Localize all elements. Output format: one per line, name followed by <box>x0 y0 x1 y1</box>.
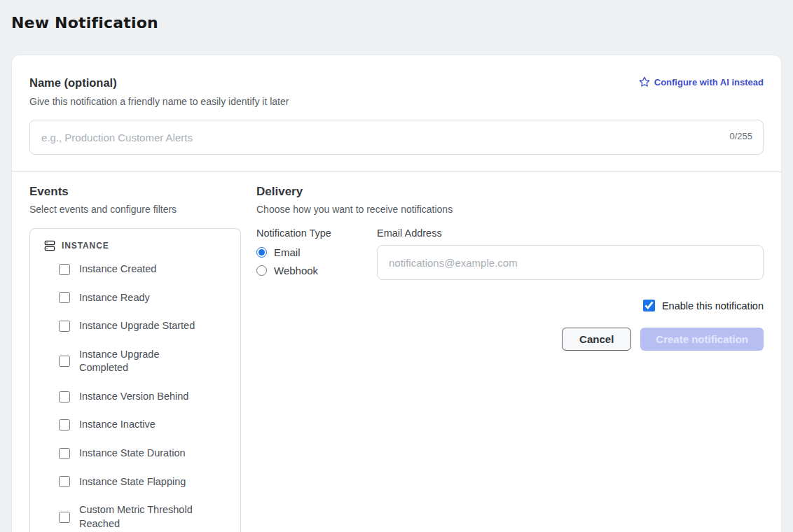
event-checkbox-item[interactable]: Instance Inactive <box>59 418 230 432</box>
event-label: Instance Created <box>79 262 156 276</box>
name-description: Give this notification a friendly name t… <box>29 96 764 107</box>
event-checkbox-item[interactable]: Instance Version Behind <box>59 390 230 404</box>
event-label: Instance Upgrade Completed <box>79 348 200 375</box>
events-box: INSTANCEInstance CreatedInstance ReadyIn… <box>29 228 241 532</box>
delivery-heading: Delivery <box>256 185 764 199</box>
event-label: Instance Ready <box>79 291 150 305</box>
configure-ai-button[interactable]: Configure with AI instead <box>639 76 764 88</box>
event-label: Instance State Flapping <box>79 475 186 489</box>
create-notification-button[interactable]: Create notification <box>640 328 764 351</box>
email-address-group: Email Address <box>377 227 764 283</box>
section-divider <box>12 172 781 172</box>
cancel-button[interactable]: Cancel <box>562 328 631 351</box>
enable-notification-label: Enable this notification <box>662 300 764 312</box>
event-label: Custom Metric Threshold Reached <box>79 503 200 531</box>
event-checkbox-item[interactable]: Instance Upgrade Completed <box>59 348 230 375</box>
notification-type-label: Notification Type <box>256 227 377 239</box>
delivery-section: Delivery Choose how you want to receive … <box>256 185 764 532</box>
event-checkbox[interactable] <box>59 419 70 430</box>
event-group-label: INSTANCE <box>62 241 109 251</box>
event-checkbox-item[interactable]: Instance State Flapping <box>59 475 230 489</box>
email-address-label: Email Address <box>377 227 764 239</box>
event-checkbox[interactable] <box>59 292 70 303</box>
name-section-heading: Name (optional) <box>29 76 117 90</box>
event-group-header: INSTANCE <box>44 240 230 251</box>
delivery-description: Choose how you want to receive notificat… <box>256 204 764 215</box>
char-counter: 0/255 <box>729 131 752 141</box>
event-checkbox-item[interactable]: Instance Ready <box>59 291 230 305</box>
event-checkbox-item[interactable]: Instance Upgrade Started <box>59 319 230 333</box>
notification-type-options: EmailWebhook <box>256 246 377 276</box>
name-input[interactable] <box>29 120 764 155</box>
radio-button[interactable] <box>256 265 267 276</box>
radio-label: Webhook <box>274 265 318 276</box>
email-input[interactable] <box>377 245 764 280</box>
events-description: Select events and configure filters <box>29 204 241 215</box>
events-section: Events Select events and configure filte… <box>29 185 241 532</box>
event-checkbox-item[interactable]: Instance State Duration <box>59 447 230 461</box>
enable-notification-checkbox[interactable] <box>643 300 655 312</box>
page-title: New Notification <box>11 14 158 31</box>
events-heading: Events <box>29 185 241 199</box>
event-label: Instance Version Behind <box>79 390 188 404</box>
event-label: Instance Inactive <box>79 418 156 432</box>
notification-form-card: Name (optional) Configure with AI instea… <box>11 55 782 532</box>
notification-type-group: Notification Type EmailWebhook <box>256 227 377 283</box>
event-checkbox[interactable] <box>59 321 70 332</box>
event-checkbox-item[interactable]: Custom Metric Threshold Reached <box>59 503 230 531</box>
radio-button[interactable] <box>256 247 267 258</box>
configure-ai-label: Configure with AI instead <box>654 77 764 88</box>
notification-type-option-email[interactable]: Email <box>256 246 377 258</box>
star-icon <box>639 76 650 88</box>
event-label: Instance State Duration <box>79 447 186 461</box>
server-icon <box>44 240 55 251</box>
event-checkbox[interactable] <box>59 356 70 367</box>
event-checkbox-item[interactable]: Instance Created <box>59 262 230 276</box>
event-label: Instance Upgrade Started <box>79 319 195 333</box>
event-checkbox[interactable] <box>59 391 70 402</box>
event-checkbox[interactable] <box>59 448 70 459</box>
new-notification-page: New Notification Name (optional) Configu… <box>0 0 793 532</box>
event-checkbox[interactable] <box>59 512 70 523</box>
event-checkbox[interactable] <box>59 476 70 487</box>
notification-type-option-webhook[interactable]: Webhook <box>256 265 377 276</box>
event-checkbox[interactable] <box>59 264 70 275</box>
radio-label: Email <box>274 246 301 258</box>
